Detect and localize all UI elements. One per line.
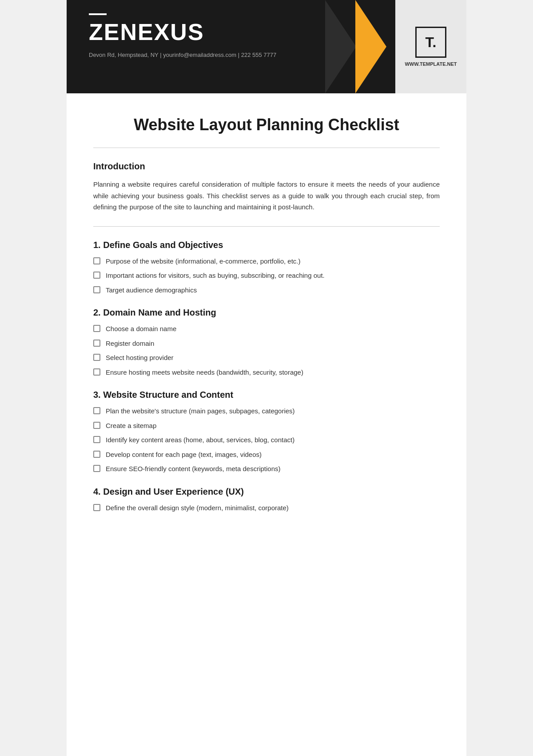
page-title: Website Layout Planning Checklist [93, 116, 440, 134]
list-item: Choose a domain name [93, 324, 440, 334]
checkbox-icon[interactable] [93, 257, 100, 264]
checkbox-icon[interactable] [93, 286, 100, 293]
header: ZENEXUS Devon Rd, Hempstead, NY | yourin… [67, 0, 466, 93]
checkbox-icon[interactable] [93, 272, 100, 279]
checkbox-icon[interactable] [93, 422, 100, 429]
list-item: Ensure SEO-friendly content (keywords, m… [93, 464, 440, 474]
list-item-text: Create a sitemap [106, 421, 156, 431]
checkbox-icon[interactable] [93, 451, 100, 458]
list-item-text: Define the overall design style (modern,… [106, 503, 289, 513]
list-item-text: Register domain [106, 339, 154, 349]
checkbox-icon[interactable] [93, 407, 100, 414]
section-title-2: 2. Domain Name and Hosting [93, 308, 440, 318]
intro-text: Planning a website requires careful cons… [93, 179, 440, 213]
intro-title: Introduction [93, 161, 440, 172]
checkbox-icon[interactable] [93, 354, 100, 361]
list-item-text: Purpose of the website (informational, e… [106, 256, 301, 267]
list-item: Purpose of the website (informational, e… [93, 256, 440, 267]
checkbox-icon[interactable] [93, 340, 100, 347]
checkbox-icon[interactable] [93, 368, 100, 376]
section-title-1: 1. Define Goals and Objectives [93, 240, 440, 250]
sections-container: 1. Define Goals and ObjectivesPurpose of… [93, 240, 440, 513]
checkbox-icon[interactable] [93, 325, 100, 332]
checkbox-icon[interactable] [93, 436, 100, 443]
list-item-text: Ensure SEO-friendly content (keywords, m… [106, 464, 281, 474]
list-item-text: Develop content for each page (text, ima… [106, 450, 262, 460]
list-item-text: Ensure hosting meets website needs (band… [106, 368, 303, 378]
page: ZENEXUS Devon Rd, Hempstead, NY | yourin… [67, 0, 466, 756]
divider-top [93, 148, 440, 148]
header-dash [89, 13, 107, 15]
header-left: ZENEXUS Devon Rd, Hempstead, NY | yourin… [67, 0, 466, 67]
checklist-section-3: 3. Website Structure and ContentPlan the… [93, 390, 440, 474]
list-item: Target audience demographics [93, 285, 440, 296]
checklist-section-2: 2. Domain Name and HostingChoose a domai… [93, 308, 440, 377]
checkbox-icon[interactable] [93, 465, 100, 472]
checklist-section-4: 4. Design and User Experience (UX)Define… [93, 487, 440, 513]
list-item-text: Plan the website's structure (main pages… [106, 406, 295, 416]
section-title-4: 4. Design and User Experience (UX) [93, 487, 440, 497]
list-item: Important actions for visitors, such as … [93, 271, 440, 281]
list-item: Create a sitemap [93, 421, 440, 431]
section-title-3: 3. Website Structure and Content [93, 390, 440, 400]
list-item: Ensure hosting meets website needs (band… [93, 368, 440, 378]
intro-section: Introduction Planning a website requires… [93, 161, 440, 213]
contact-info: Devon Rd, Hempstead, NY | yourinfo@email… [89, 52, 444, 58]
list-item: Identify key content areas (home, about,… [93, 435, 440, 445]
list-item-text: Identify key content areas (home, about,… [106, 435, 294, 445]
list-item-text: Select hosting provider [106, 353, 174, 363]
list-item: Define the overall design style (modern,… [93, 503, 440, 513]
list-item: Register domain [93, 339, 440, 349]
list-item: Plan the website's structure (main pages… [93, 406, 440, 416]
list-item: Develop content for each page (text, ima… [93, 450, 440, 460]
checkbox-icon[interactable] [93, 504, 100, 511]
main-content: Website Layout Planning Checklist Introd… [67, 93, 466, 548]
list-item-text: Target audience demographics [106, 285, 197, 296]
list-item-text: Important actions for visitors, such as … [106, 271, 325, 281]
list-item: Select hosting provider [93, 353, 440, 363]
company-name: ZENEXUS [89, 20, 444, 44]
divider-intro [93, 226, 440, 227]
list-item-text: Choose a domain name [106, 324, 176, 334]
checklist-section-1: 1. Define Goals and ObjectivesPurpose of… [93, 240, 440, 296]
